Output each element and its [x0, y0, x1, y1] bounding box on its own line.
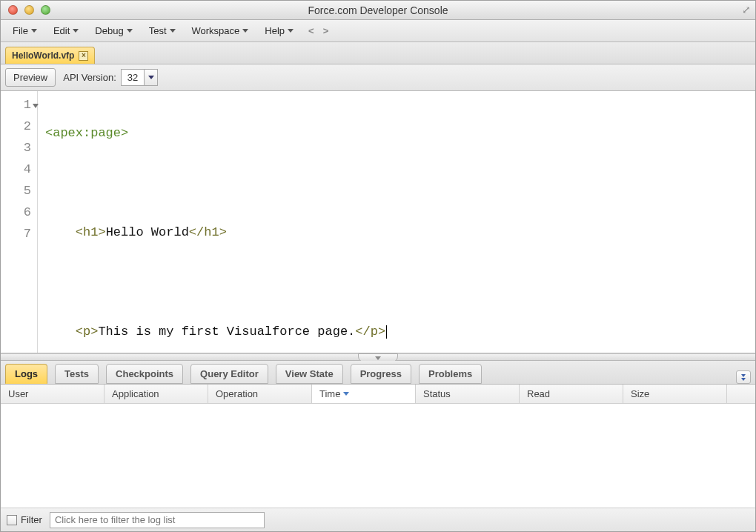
menu-edit-label: Edit	[53, 25, 70, 36]
chevron-down-icon	[31, 29, 37, 33]
filter-label: Filter	[21, 514, 42, 525]
bottom-panel: Logs Tests Checkpoints Query Editor View…	[1, 361, 755, 531]
sort-descending-icon	[343, 392, 349, 396]
filter-toggle[interactable]: Filter	[7, 514, 42, 525]
chevron-down-icon	[73, 29, 79, 33]
menubar: File Edit Debug Test Workspace Help < >	[1, 20, 755, 42]
window-minimize-button[interactable]	[24, 5, 34, 15]
api-version-dropdown-button[interactable]	[144, 70, 157, 85]
filter-input[interactable]	[50, 512, 265, 528]
window-maximize-button[interactable]	[41, 5, 50, 15]
fold-toggle-icon[interactable]	[33, 104, 39, 108]
developer-console-window: Force.com Developer Console ⤢ File Edit …	[0, 0, 756, 532]
menu-test[interactable]: Test	[142, 22, 183, 39]
tab-query-editor[interactable]: Query Editor	[190, 364, 268, 384]
menu-workspace-label: Workspace	[192, 25, 240, 36]
editor-tabstrip: HelloWorld.vfp ×	[1, 42, 755, 64]
col-spacer	[727, 385, 755, 403]
editor-toolbar: Preview API Version: 32	[1, 64, 755, 91]
chevron-down-icon	[288, 29, 294, 33]
code-token: This is my first Visualforce page.	[98, 325, 355, 339]
code-content[interactable]: <apex:page> <h1>Hello World</h1> <p>This…	[38, 91, 755, 353]
col-application[interactable]: Application	[105, 385, 208, 403]
text-cursor	[386, 325, 387, 339]
api-version-label: API Version:	[63, 72, 116, 83]
panel-expand-button[interactable]	[736, 370, 751, 384]
chevron-down-icon	[375, 356, 381, 360]
preview-button[interactable]: Preview	[5, 68, 56, 87]
tab-progress[interactable]: Progress	[351, 364, 411, 384]
api-version-select[interactable]: 32	[121, 69, 158, 86]
line-number: 1	[1, 94, 37, 116]
close-tab-button[interactable]: ×	[79, 51, 88, 61]
code-token: Hello World	[106, 225, 189, 239]
line-number: 2	[1, 116, 37, 137]
tab-tests[interactable]: Tests	[55, 364, 99, 384]
menu-help-label: Help	[265, 25, 285, 36]
chevron-down-icon	[242, 29, 248, 33]
menu-test-label: Test	[149, 25, 167, 36]
col-read[interactable]: Read	[520, 385, 623, 403]
chevron-down-icon	[170, 29, 176, 33]
col-time[interactable]: Time	[312, 385, 416, 403]
menu-debug[interactable]: Debug	[87, 22, 139, 39]
tab-logs[interactable]: Logs	[5, 364, 47, 384]
log-table-body[interactable]	[1, 404, 755, 508]
editor-tab-label: HelloWorld.vfp	[12, 50, 74, 61]
tab-problems[interactable]: Problems	[419, 364, 482, 384]
chevron-down-icon	[127, 29, 133, 33]
col-size[interactable]: Size	[623, 385, 727, 403]
line-number: 3	[1, 137, 37, 159]
nav-forward-button[interactable]: >	[323, 25, 329, 36]
filter-checkbox[interactable]	[7, 515, 17, 525]
menu-file[interactable]: File	[5, 22, 44, 39]
code-token: <apex:page>	[45, 126, 128, 140]
line-gutter: 1 2 3 4 5 6 7	[1, 91, 38, 353]
chevron-down-icon	[148, 76, 154, 79]
menu-file-label: File	[13, 25, 28, 36]
menu-help[interactable]: Help	[257, 22, 301, 39]
col-status[interactable]: Status	[416, 385, 520, 403]
menu-debug-label: Debug	[95, 25, 123, 36]
nav-back-button[interactable]: <	[308, 25, 314, 36]
col-user[interactable]: User	[1, 385, 105, 403]
line-number: 6	[1, 202, 37, 223]
col-time-label: Time	[319, 388, 340, 399]
bottom-tabstrip: Logs Tests Checkpoints Query Editor View…	[1, 361, 755, 385]
tab-checkpoints[interactable]: Checkpoints	[106, 364, 183, 384]
code-token: </h1>	[189, 225, 227, 239]
line-number: 5	[1, 180, 37, 202]
titlebar: Force.com Developer Console ⤢	[1, 1, 755, 20]
line-number: 4	[1, 159, 37, 180]
code-editor[interactable]: 1 2 3 4 5 6 7 <apex:page> <h1>Hello Worl…	[1, 91, 755, 353]
code-token: <p>	[76, 325, 99, 339]
panel-splitter[interactable]	[1, 353, 755, 361]
api-version-value: 32	[122, 70, 144, 85]
menu-workspace[interactable]: Workspace	[185, 22, 256, 39]
double-chevron-icon	[741, 374, 746, 381]
log-table-header: User Application Operation Time Status R…	[1, 385, 755, 404]
filter-bar: Filter	[1, 508, 755, 531]
menu-edit[interactable]: Edit	[46, 22, 86, 39]
code-token: <h1>	[76, 225, 106, 239]
line-number: 7	[1, 223, 37, 245]
window-close-button[interactable]	[8, 5, 18, 15]
window-title: Force.com Developer Console	[1, 4, 755, 16]
fullscreen-icon[interactable]: ⤢	[742, 4, 751, 16]
tab-view-state[interactable]: View State	[276, 364, 343, 384]
code-token: </p>	[355, 325, 385, 339]
col-operation[interactable]: Operation	[208, 385, 312, 403]
editor-tab-helloworld[interactable]: HelloWorld.vfp ×	[5, 47, 95, 64]
